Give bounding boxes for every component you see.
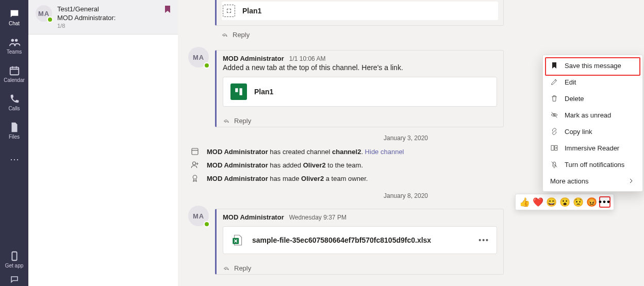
conversation-pane: Plan1 Reply MA MOD Administrator 1/1 10:… (178, 0, 644, 286)
rail-chat[interactable]: Chat (0, 3, 28, 31)
message-author: MOD Administrator (223, 55, 284, 62)
system-text: MOD Administrator has made Oliver2 a tea… (207, 175, 368, 182)
attachment-more-button[interactable]: ••• (478, 236, 489, 244)
message-time: 1/1 10:06 AM (289, 55, 326, 62)
svg-point-8 (193, 175, 197, 179)
menu-save-message[interactable]: Save this message (543, 57, 642, 74)
chevron-right-icon (627, 177, 635, 185)
rail-files-label: Files (9, 134, 20, 140)
files-icon (9, 122, 20, 133)
reaction-sad[interactable]: 😟 (572, 196, 584, 208)
hide-channel-link[interactable]: Hide channel (365, 148, 404, 156)
excel-icon (230, 233, 245, 247)
rail-teams[interactable]: Teams (0, 31, 28, 60)
avatar: MA (188, 206, 209, 226)
tab-link-icon (223, 5, 235, 17)
svg-rect-2 (10, 68, 19, 75)
message-author: MOD Administrator (223, 213, 284, 221)
chat-list-item[interactable]: MA Test1/General MOD Administrator: 1/8 (28, 0, 178, 35)
menu-unread[interactable]: Mark as unread (543, 107, 642, 123)
reaction-surprised[interactable]: 😮 (559, 196, 570, 208)
svg-rect-6 (192, 148, 198, 155)
reaction-like[interactable]: 👍 (519, 196, 530, 208)
rail-calls-label: Calls (8, 106, 20, 111)
edit-icon (550, 78, 558, 86)
link-icon (550, 127, 558, 136)
reply-button[interactable]: Reply (223, 259, 497, 274)
owner-icon (190, 174, 200, 183)
avatar-initials: MA (38, 10, 49, 18)
rail-calendar[interactable]: Calendar (0, 60, 28, 88)
svg-point-0 (11, 39, 13, 42)
message-card: Plan1 (215, 0, 504, 26)
svg-point-1 (14, 39, 17, 42)
message-date: 1/8 (57, 23, 171, 29)
reaction-more-button[interactable]: ••• (599, 196, 610, 208)
avatar-initials: MA (193, 54, 204, 61)
menu-label: Copy link (565, 128, 592, 136)
calls-icon (9, 93, 20, 105)
message-time: Wednesday 9:37 PM (289, 214, 346, 221)
menu-label: More actions (550, 177, 588, 185)
avatar-initials: MA (193, 212, 204, 220)
channel-name: Test1/General (57, 5, 171, 13)
rail-getapp[interactable]: Get app (0, 245, 28, 274)
reply-button[interactable]: Reply (215, 26, 504, 41)
message-body: MOD Administrator 1/1 10:06 AM Added a n… (215, 50, 504, 127)
attachment-name: Plan1 (254, 88, 273, 96)
rail-files[interactable]: Files (0, 116, 28, 145)
bell-off-icon (550, 160, 558, 169)
reaction-heart[interactable]: ❤️ (532, 196, 543, 208)
delete-icon (550, 94, 558, 103)
message-preview: MOD Administrator: (57, 14, 171, 22)
reaction-laugh[interactable]: 😄 (546, 196, 557, 208)
menu-label: Save this message (565, 62, 621, 70)
reply-button[interactable]: Reply (223, 112, 497, 127)
reaction-bar: 👍 ❤️ 😄 😮 😟 😡 ••• (515, 194, 614, 210)
menu-edit[interactable]: Edit (543, 74, 642, 90)
planner-icon (230, 83, 247, 100)
menu-label: Delete (565, 95, 584, 103)
svg-point-7 (193, 162, 196, 165)
reply-icon (221, 31, 228, 39)
feedback-icon (10, 275, 19, 284)
tab-link-card[interactable]: Plan1 (222, 2, 498, 20)
menu-label: Turn off notifications (565, 161, 624, 169)
message-header: MOD Administrator 1/1 10:06 AM (223, 55, 497, 62)
unread-icon (550, 111, 558, 119)
ellipsis-icon: ⋯ (10, 154, 19, 165)
message-header: MOD Administrator Wednesday 9:37 PM (223, 213, 497, 221)
reply-label: Reply (234, 264, 251, 272)
reaction-angry[interactable]: 😡 (586, 196, 597, 208)
message-context-menu: Save this message Edit Delete Mark as un… (542, 55, 643, 192)
chat-icon (9, 8, 20, 20)
menu-immersive-reader[interactable]: Immersive Reader (543, 140, 642, 156)
reply-icon (223, 117, 230, 125)
message-text: Added a new tab at the top of this chann… (223, 63, 497, 72)
add-user-icon (190, 160, 200, 170)
presence-indicator (204, 62, 210, 69)
message-body: Plan1 Reply (215, 0, 504, 41)
rail-teams-label: Teams (7, 49, 22, 55)
attachment-name: sample-file-35ec607580664ef7bf570fc8105d… (252, 236, 431, 244)
message-body: MOD Administrator Wednesday 9:37 PM samp… (215, 209, 504, 275)
menu-turn-off-notifications[interactable]: Turn off notifications (543, 156, 642, 173)
reply-label: Reply (233, 31, 250, 39)
menu-more-actions[interactable]: More actions (543, 173, 642, 189)
teams-icon (9, 37, 20, 48)
svg-rect-4 (235, 88, 238, 92)
planner-attachment[interactable]: Plan1 (223, 77, 497, 107)
file-attachment[interactable]: sample-file-35ec607580664ef7bf570fc8105d… (223, 226, 497, 254)
tab-link-label: Plan1 (242, 7, 261, 15)
rail-more[interactable]: ⋯ (0, 145, 28, 173)
rail-calls[interactable]: Calls (0, 88, 28, 116)
reply-icon (223, 265, 230, 272)
menu-label: Immersive Reader (565, 144, 619, 152)
menu-delete[interactable]: Delete (543, 90, 642, 107)
menu-copy-link[interactable]: Copy link (543, 123, 642, 140)
ellipsis-icon: ••• (599, 197, 611, 207)
rail-chat-label: Chat (9, 21, 20, 26)
bookmark-icon (164, 5, 171, 13)
chat-list-item-meta: Test1/General MOD Administrator: 1/8 (57, 5, 171, 29)
rail-feedback[interactable] (0, 274, 28, 286)
